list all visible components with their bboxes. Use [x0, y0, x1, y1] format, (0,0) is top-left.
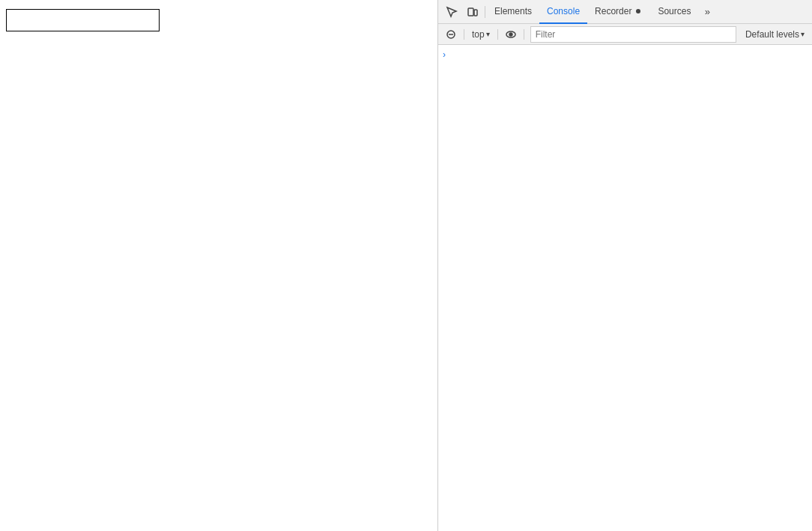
filter-input[interactable]: [530, 26, 736, 43]
devtools-console-bar: top ▾ Default levels ▾: [438, 24, 812, 45]
context-dropdown[interactable]: top ▾: [467, 26, 494, 43]
live-expressions-icon[interactable]: [501, 25, 521, 43]
console-bar-separator-3: [524, 29, 524, 40]
default-levels-button[interactable]: Default levels ▾: [741, 26, 809, 43]
console-bar-separator-2: [497, 29, 498, 40]
clear-console-icon[interactable]: [441, 25, 461, 43]
tab-elements[interactable]: Elements: [487, 0, 539, 24]
tab-console[interactable]: Console: [539, 0, 587, 24]
svg-rect-1: [474, 10, 477, 16]
inspect-element-icon[interactable]: [441, 1, 462, 22]
console-prompt-chevron[interactable]: ›: [438, 48, 812, 61]
console-bar-separator-1: [464, 29, 464, 40]
svg-point-2: [636, 9, 640, 13]
devtools-panel: Elements Console Recorder Sources »: [437, 0, 812, 531]
tab-recorder[interactable]: Recorder: [587, 0, 650, 24]
top-bar-separator-1: [485, 6, 485, 18]
svg-rect-0: [468, 8, 473, 16]
tab-sources[interactable]: Sources: [650, 0, 698, 24]
console-content: ›: [438, 45, 812, 531]
page-area: [0, 0, 437, 531]
devtools-top-bar: Elements Console Recorder Sources »: [438, 0, 812, 24]
more-tabs-button[interactable]: »: [698, 1, 716, 22]
svg-point-6: [509, 33, 512, 36]
text-input[interactable]: [6, 9, 160, 31]
device-toolbar-icon[interactable]: [462, 1, 483, 22]
